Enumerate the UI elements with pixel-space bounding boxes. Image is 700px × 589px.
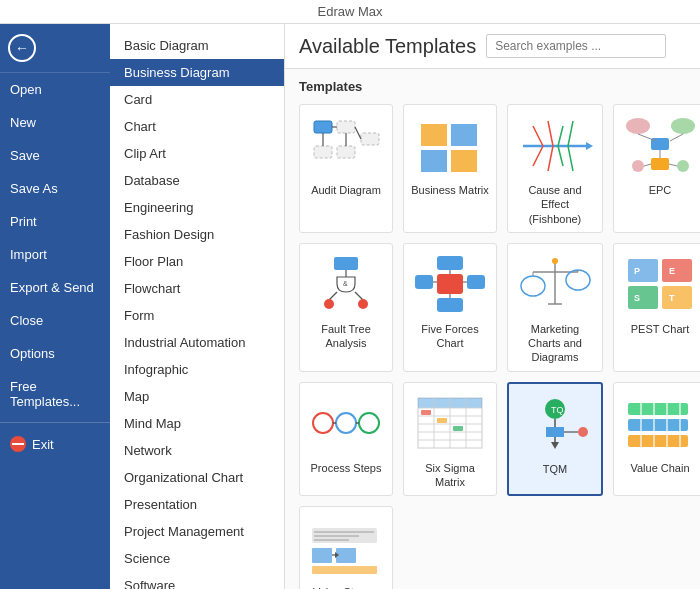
exit-icon [10,436,26,452]
svg-rect-46 [437,298,463,312]
cause-effect-thumb [515,113,595,178]
epc-label: EPC [649,183,672,197]
business-matrix-thumb [410,113,490,178]
app-title: Edraw Max [317,4,382,19]
pest-label: PEST Chart [631,322,690,336]
svg-text:TQ: TQ [551,405,564,415]
template-value-stream[interactable]: Value Stream Mapping [299,506,393,589]
svg-text:P: P [634,266,640,276]
back-button[interactable]: ← [8,34,36,62]
category-science[interactable]: Science [110,545,284,572]
svg-point-70 [359,413,379,433]
template-audit[interactable]: Audit Diagram [299,104,393,233]
category-network[interactable]: Network [110,437,284,464]
sidebar-item-save[interactable]: Save [0,139,110,172]
svg-rect-43 [437,274,463,294]
value-stream-label: Value Stream Mapping [306,585,386,589]
category-presentation[interactable]: Presentation [110,491,284,518]
category-card[interactable]: Card [110,86,284,113]
category-fashion[interactable]: Fashion Design [110,221,284,248]
svg-rect-85 [453,426,463,431]
sidebar-item-options[interactable]: Options [0,337,110,370]
svg-rect-62 [628,286,658,309]
process-steps-label: Process Steps [311,461,382,475]
svg-rect-11 [421,150,447,172]
template-five-forces[interactable]: Five Forces Chart [403,243,497,372]
svg-text:T: T [669,293,675,303]
business-matrix-label: Business Matrix [411,183,489,197]
five-forces-thumb [410,252,490,317]
svg-line-19 [558,126,563,146]
svg-rect-103 [312,566,377,574]
content-panel: Available Templates Templates [285,24,700,589]
category-floorplan[interactable]: Floor Plan [110,248,284,275]
category-software[interactable]: Software [110,572,284,589]
sidebar-back-area: ← [0,24,110,73]
svg-rect-96 [628,435,688,447]
category-engineering[interactable]: Engineering [110,194,284,221]
audit-label: Audit Diagram [311,183,381,197]
template-cause-effect[interactable]: Cause and Effect (Fishbone) [507,104,603,233]
category-flowchart[interactable]: Flowchart [110,275,284,302]
sidebar-item-export[interactable]: Export & Send [0,271,110,304]
category-chart[interactable]: Chart [110,113,284,140]
svg-text:S: S [634,293,640,303]
value-chain-label: Value Chain [630,461,689,475]
category-form[interactable]: Form [110,302,284,329]
category-database[interactable]: Database [110,167,284,194]
sidebar-item-open[interactable]: Open [0,73,110,106]
template-epc[interactable]: EPC [613,104,700,233]
category-industrial[interactable]: Industrial Automation [110,329,284,356]
category-clipart[interactable]: Clip Art [110,140,284,167]
sidebar-item-exit[interactable]: Exit [0,427,110,461]
svg-point-54 [521,276,545,296]
category-business[interactable]: Business Diagram [110,59,284,86]
template-pest[interactable]: P E S T PEST Chart [613,243,700,372]
category-infographic[interactable]: Infographic [110,356,284,383]
templates-grid: Audit Diagram Business M [299,104,686,589]
svg-line-18 [548,121,553,146]
svg-marker-89 [546,427,564,437]
svg-point-32 [632,160,644,172]
template-process-steps[interactable]: Process Steps [299,382,393,497]
category-basic[interactable]: Basic Diagram [110,32,284,59]
process-steps-thumb [306,391,386,456]
sidebar-item-close[interactable]: Close [0,304,110,337]
svg-rect-61 [662,259,692,282]
svg-rect-60 [628,259,658,282]
svg-rect-36 [334,257,358,270]
six-sigma-thumb [410,391,490,456]
fault-tree-label: Fault Tree Analysis [306,322,386,351]
svg-rect-106 [312,528,377,543]
template-six-sigma[interactable]: Six Sigma Matrix [403,382,497,497]
template-value-chain[interactable]: Value Chain [613,382,700,497]
sidebar-item-save-as[interactable]: Save As [0,172,110,205]
epc-thumb [620,113,700,178]
svg-point-68 [313,413,333,433]
category-mindmap[interactable]: Mind Map [110,410,284,437]
sidebar: ← Open New Save Save As Print Import Exp… [0,24,110,589]
category-orgchart[interactable]: Organizational Chart [110,464,284,491]
template-fault-tree[interactable]: & Fault Tree Analysis [299,243,393,372]
exit-label: Exit [32,437,54,452]
svg-point-41 [358,299,368,309]
template-business-matrix[interactable]: Business Matrix [403,104,497,233]
sidebar-item-import[interactable]: Import [0,238,110,271]
title-bar: Edraw Max [0,0,700,24]
sidebar-item-free-templates[interactable]: Free Templates... [0,370,110,418]
search-input[interactable] [486,34,666,58]
category-map[interactable]: Map [110,383,284,410]
category-project[interactable]: Project Management [110,518,284,545]
template-tqm[interactable]: TQ TQM [507,382,603,497]
svg-line-23 [558,146,563,166]
svg-line-30 [670,134,683,141]
sidebar-item-print[interactable]: Print [0,205,110,238]
audit-thumb [306,113,386,178]
sidebar-item-new[interactable]: New [0,106,110,139]
svg-rect-63 [662,286,692,309]
svg-rect-101 [312,548,332,563]
svg-point-33 [677,160,689,172]
template-marketing[interactable]: Marketing Charts and Diagrams [507,243,603,372]
pest-thumb: P E S T [620,252,700,317]
sidebar-divider [0,422,110,423]
